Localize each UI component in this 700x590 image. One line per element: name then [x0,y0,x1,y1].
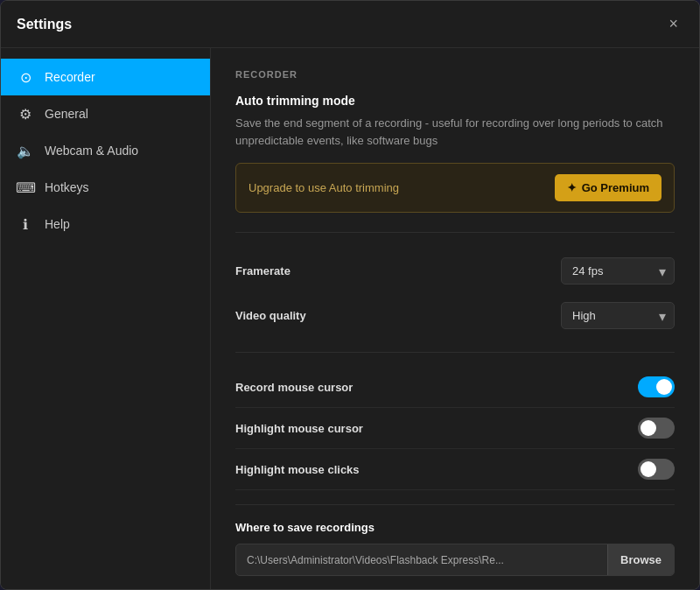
audio-icon: 🔈 [17,142,34,159]
video-quality-label: Video quality [235,309,306,322]
file-path-value: C:\Users\Administrator\Videos\Flashback … [236,545,607,575]
divider-1 [235,232,675,233]
highlight-mouse-clicks-thumb [640,461,656,477]
browse-button[interactable]: Browse [607,544,674,575]
keyboard-icon: ⌨ [17,179,34,196]
settings-dialog: Settings × ⊙ Recorder ⚙ General 🔈 Webcam… [0,0,700,590]
close-button[interactable]: × [663,13,683,35]
highlight-mouse-cursor-toggle[interactable] [638,418,675,439]
highlight-mouse-cursor-label: Highlight mouse cursor [235,422,363,435]
sidebar-item-general[interactable]: ⚙ General [1,95,210,132]
save-location-section: Where to save recordings C:\Users\Admini… [235,519,675,576]
premium-label: Go Premium [582,181,649,194]
video-quality-row: Video quality Low Medium High Very High [235,293,675,338]
sidebar-item-label-webcam: Webcam & Audio [45,144,138,158]
info-icon: ℹ [17,215,34,233]
highlight-mouse-clicks-toggle[interactable] [638,459,675,480]
auto-trim-section: Auto trimming mode Save the end segment … [235,94,675,149]
sidebar-item-hotkeys[interactable]: ⌨ Hotkeys [1,169,210,206]
framerate-label: Framerate [235,264,290,277]
section-label: RECORDER [235,69,675,80]
sidebar-item-help[interactable]: ℹ Help [1,206,210,242]
sidebar-item-label-hotkeys: Hotkeys [45,180,89,194]
content-area: ⊙ Recorder ⚙ General 🔈 Webcam & Audio ⌨ … [1,48,699,589]
highlight-mouse-cursor-thumb [640,420,656,436]
recorder-icon: ⊙ [17,68,34,86]
highlight-mouse-clicks-label: Highlight mouse clicks [235,463,360,476]
highlight-mouse-clicks-track [638,459,675,480]
divider-2 [235,352,675,353]
video-quality-select[interactable]: Low Medium High Very High [561,302,675,329]
sidebar-item-label-recorder: Recorder [45,70,95,84]
highlight-mouse-cursor-track [638,418,675,439]
record-mouse-cursor-track [638,376,675,397]
record-mouse-cursor-row: Record mouse cursor [235,367,675,408]
highlight-mouse-cursor-row: Highlight mouse cursor [235,408,675,449]
record-mouse-cursor-toggle[interactable] [638,376,675,397]
title-bar: Settings × [1,1,699,48]
highlight-mouse-clicks-row: Highlight mouse clicks [235,449,675,490]
go-premium-button[interactable]: ✦ Go Premium [555,174,662,201]
dialog-title: Settings [17,17,72,32]
save-location-label: Where to save recordings [235,521,374,534]
divider-3 [235,504,675,505]
premium-icon: ✦ [567,181,577,194]
framerate-row: Framerate 12 fps 15 fps 24 fps 30 fps 60… [235,249,675,293]
sidebar-item-label-general: General [45,107,88,121]
upgrade-banner: Upgrade to use Auto trimming ✦ Go Premiu… [235,163,675,213]
upgrade-text: Upgrade to use Auto trimming [248,181,399,194]
record-mouse-cursor-label: Record mouse cursor [235,381,353,394]
auto-trim-title: Auto trimming mode [235,94,675,108]
sidebar-item-recorder[interactable]: ⊙ Recorder [1,59,210,95]
sidebar: ⊙ Recorder ⚙ General 🔈 Webcam & Audio ⌨ … [1,48,211,589]
framerate-select[interactable]: 12 fps 15 fps 24 fps 30 fps 60 fps [561,257,675,284]
file-path-row: C:\Users\Administrator\Videos\Flashback … [235,544,675,576]
sidebar-item-webcam-audio[interactable]: 🔈 Webcam & Audio [1,132,210,169]
video-quality-select-wrapper: Low Medium High Very High [561,302,675,329]
record-mouse-cursor-thumb [656,379,672,395]
main-panel: RECORDER Auto trimming mode Save the end… [211,48,699,589]
framerate-select-wrapper: 12 fps 15 fps 24 fps 30 fps 60 fps [561,257,675,284]
gear-icon: ⚙ [17,105,34,123]
sidebar-item-label-help: Help [45,217,70,231]
auto-trim-description: Save the end segment of a recording - us… [235,115,675,149]
